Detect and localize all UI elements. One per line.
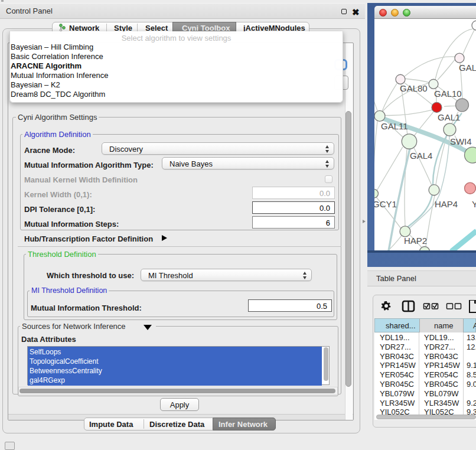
svg-text:SWI4: SWI4 [450,136,472,146]
svg-text:HAP4: HAP4 [435,199,458,209]
svg-text:GAL10: GAL10 [434,89,462,99]
svg-text:HAP2: HAP2 [404,236,427,246]
svg-text:GAL11: GAL11 [381,121,408,131]
svg-text:YI: YI [472,199,476,209]
svg-text:GAL1: GAL1 [438,112,460,122]
svg-text:GAL4: GAL4 [410,151,432,161]
svg-text:GAL2: GAL2 [459,63,476,73]
svg-text:GAL80: GAL80 [400,83,428,93]
svg-text:GCY1: GCY1 [374,199,397,209]
